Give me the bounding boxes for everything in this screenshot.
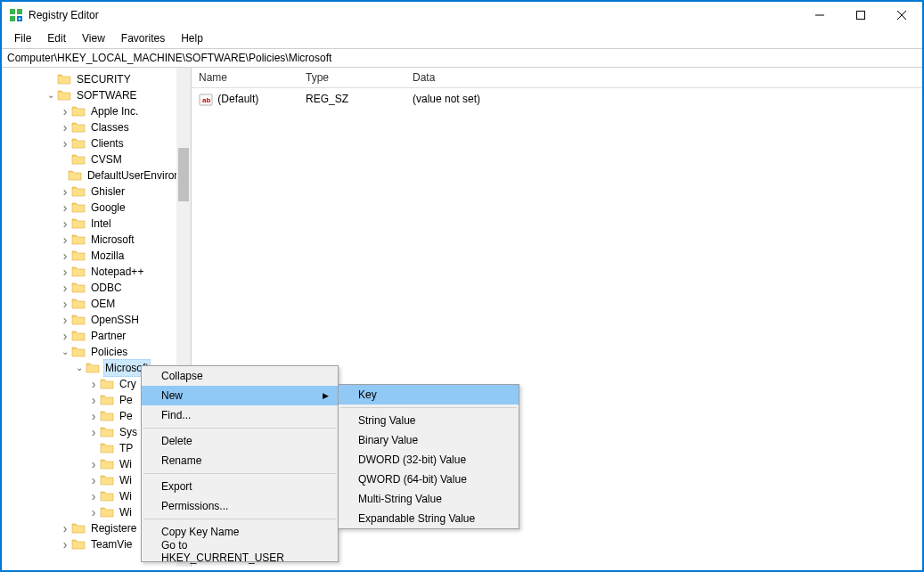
chevron-down-icon[interactable]: ⌄: [59, 344, 71, 360]
ctx-sep-1: [143, 428, 336, 429]
ctx-permissions[interactable]: Permissions...: [142, 496, 338, 516]
sub-string[interactable]: String Value: [339, 411, 519, 430]
ctx-collapse[interactable]: Collapse: [142, 366, 338, 386]
ctx-sep-3: [143, 519, 336, 519]
tree-label: Ghisler: [89, 184, 127, 200]
tree-label: Wi: [118, 456, 134, 472]
sub-multi[interactable]: Multi-String Value: [339, 489, 519, 509]
sub-key[interactable]: Key: [339, 385, 519, 404]
tree-node[interactable]: ›Clients: [2, 135, 191, 151]
folder-icon: [71, 217, 86, 230]
tree-node[interactable]: ›OEM: [2, 296, 191, 312]
chevron-right-icon[interactable]: ›: [59, 536, 71, 552]
chevron-right-icon[interactable]: ›: [59, 200, 71, 216]
tree-node[interactable]: ›OpenSSH: [2, 312, 191, 328]
tree-node[interactable]: ⌄Policies: [2, 344, 191, 360]
chevron-right-icon[interactable]: ›: [59, 328, 71, 344]
close-button[interactable]: [881, 2, 922, 29]
address-bar[interactable]: Computer\HKEY_LOCAL_MACHINE\SOFTWARE\Pol…: [2, 48, 922, 68]
tree-node[interactable]: ›ODBC: [2, 280, 191, 296]
context-submenu: Key String Value Binary Value DWORD (32-…: [338, 384, 519, 529]
col-name[interactable]: Name: [192, 68, 298, 87]
maximize-button[interactable]: [840, 2, 881, 29]
tree-node[interactable]: ›Classes: [2, 119, 191, 135]
tree-node[interactable]: DefaultUserEnvironm: [2, 168, 191, 184]
sub-qword[interactable]: QWORD (64-bit) Value: [339, 470, 519, 489]
col-data[interactable]: Data: [405, 68, 922, 87]
chevron-right-icon[interactable]: ›: [59, 232, 71, 248]
chevron-down-icon[interactable]: ⌄: [45, 87, 57, 103]
chevron-right-icon[interactable]: ›: [59, 248, 71, 264]
ctx-delete[interactable]: Delete: [142, 431, 338, 451]
tree-node[interactable]: ›Microsoft: [2, 232, 191, 248]
menu-help[interactable]: Help: [174, 30, 210, 46]
tree-node[interactable]: ›Ghisler: [2, 184, 191, 200]
chevron-right-icon[interactable]: ›: [59, 119, 71, 135]
tree-node[interactable]: SECURITY: [2, 71, 191, 87]
chevron-right-icon[interactable]: ›: [87, 472, 100, 488]
scrollbar-thumb[interactable]: [178, 148, 189, 201]
menu-view[interactable]: View: [75, 30, 112, 46]
chevron-right-icon[interactable]: ›: [87, 376, 100, 392]
tree-label: OpenSSH: [89, 312, 141, 328]
context-menu: Collapse New ▶ Find... Delete Rename Exp…: [141, 365, 339, 562]
svg-rect-0: [10, 9, 15, 14]
chevron-right-icon[interactable]: ›: [87, 504, 100, 520]
chevron-right-icon[interactable]: ›: [59, 520, 71, 536]
ctx-new[interactable]: New ▶: [142, 386, 338, 405]
tree-node[interactable]: CVSM: [2, 151, 191, 168]
sub-dword[interactable]: DWORD (32-bit) Value: [339, 450, 519, 470]
cell-data: (value not set): [405, 92, 922, 107]
tree-node[interactable]: ›Notepad++: [2, 264, 191, 280]
tree-label: Pe: [118, 408, 135, 424]
titlebar: Registry Editor: [2, 2, 922, 29]
list-row[interactable]: ab (Default) REG_SZ (value not set): [192, 88, 922, 107]
menubar: File Edit View Favorites Help: [2, 29, 922, 48]
tree-label: Mozilla: [89, 248, 126, 264]
app-icon: [9, 8, 23, 22]
tree-node[interactable]: ›Google: [2, 200, 191, 216]
chevron-right-icon[interactable]: ›: [87, 392, 100, 408]
tree-node[interactable]: ›Partner: [2, 328, 191, 344]
ctx-export[interactable]: Export: [142, 477, 338, 496]
tree-node[interactable]: ⌄SOFTWARE: [2, 87, 191, 103]
sub-expand[interactable]: Expandable String Value: [339, 509, 519, 528]
minimize-button[interactable]: [799, 2, 840, 29]
ctx-new-label: New: [161, 389, 183, 402]
sub-binary[interactable]: Binary Value: [339, 430, 519, 450]
chevron-right-icon[interactable]: ›: [59, 296, 71, 312]
tree-label: ODBC: [89, 280, 124, 296]
folder-icon: [100, 490, 114, 503]
folder-icon: [71, 121, 86, 134]
chevron-right-icon[interactable]: ›: [59, 184, 71, 200]
chevron-right-icon[interactable]: ›: [59, 103, 71, 119]
folder-icon: [100, 458, 114, 470]
tree-label: Wi: [118, 488, 134, 504]
chevron-right-icon[interactable]: ›: [87, 424, 100, 440]
chevron-down-icon[interactable]: ⌄: [73, 360, 86, 376]
chevron-right-icon[interactable]: ›: [87, 456, 100, 472]
ctx-rename[interactable]: Rename: [142, 451, 338, 470]
tree-node[interactable]: ›Mozilla: [2, 248, 191, 264]
chevron-right-icon[interactable]: ›: [87, 488, 100, 504]
tree-node[interactable]: ›Intel: [2, 216, 191, 232]
svg-text:ab: ab: [202, 96, 210, 104]
tree-label: Cry: [118, 376, 138, 392]
menu-favorites[interactable]: Favorites: [114, 30, 172, 46]
chevron-right-icon[interactable]: ›: [59, 264, 71, 280]
chevron-right-icon[interactable]: ›: [59, 135, 71, 151]
tree-node[interactable]: ›Apple Inc.: [2, 103, 191, 119]
folder-icon: [71, 249, 86, 262]
ctx-goto[interactable]: Go to HKEY_CURRENT_USER: [142, 542, 338, 561]
chevron-right-icon[interactable]: ›: [59, 216, 71, 232]
svg-rect-6: [857, 12, 865, 20]
col-type[interactable]: Type: [298, 68, 405, 87]
cell-name: ab (Default): [192, 92, 298, 107]
chevron-right-icon[interactable]: ›: [87, 408, 100, 424]
menu-edit[interactable]: Edit: [40, 30, 73, 46]
ctx-find[interactable]: Find...: [142, 405, 338, 425]
chevron-right-icon[interactable]: ›: [59, 312, 71, 328]
tree-label: Intel: [89, 216, 113, 232]
menu-file[interactable]: File: [7, 30, 38, 46]
chevron-right-icon[interactable]: ›: [59, 280, 71, 296]
